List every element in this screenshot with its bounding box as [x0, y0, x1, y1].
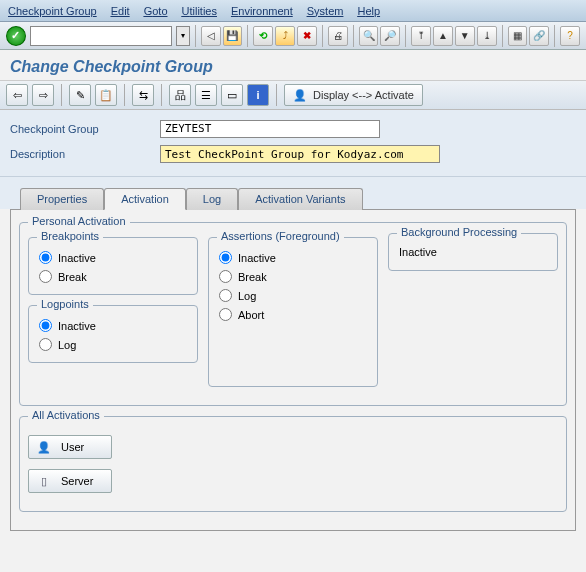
tree-button[interactable]: 品 [169, 84, 191, 106]
menu-checkpoint-group[interactable]: Checkpoint Group [8, 5, 97, 17]
all-activations-legend: All Activations [28, 409, 104, 421]
cancel-icon[interactable]: ✖ [297, 26, 317, 46]
logpoints-log-radio[interactable]: Log [37, 335, 189, 354]
nav-back-button[interactable]: ⇦ [6, 84, 28, 106]
all-activations-group: All Activations 👤 User ▯ Server [19, 416, 567, 512]
menu-goto[interactable]: Goto [144, 5, 168, 17]
new-session-icon[interactable]: ▦ [508, 26, 528, 46]
radio-label: Break [238, 271, 267, 283]
assertions-break-radio[interactable]: Break [217, 267, 369, 286]
find-icon[interactable]: 🔍 [359, 26, 379, 46]
first-page-icon[interactable]: ⤒ [411, 26, 431, 46]
menu-utilities[interactable]: Utilities [182, 5, 217, 17]
info-button[interactable]: i [247, 84, 269, 106]
app-toolbar: ⇦ ⇨ ✎ 📋 ⇆ 品 ☰ ▭ i 👤 Display <--> Activat… [0, 80, 586, 110]
personal-activation-group: Personal Activation Breakpoints Inactive… [19, 222, 567, 406]
list-button[interactable]: ☰ [195, 84, 217, 106]
tab-content: Personal Activation Breakpoints Inactive… [10, 209, 576, 531]
other-object-button[interactable]: ✎ [69, 84, 91, 106]
save-icon[interactable]: 💾 [223, 26, 243, 46]
prev-page-icon[interactable]: ▲ [433, 26, 453, 46]
server-icon: ▯ [37, 474, 51, 488]
checkpoint-group-label: Checkpoint Group [10, 123, 160, 135]
radio-label: Inactive [58, 320, 96, 332]
description-field[interactable] [160, 145, 440, 163]
print-icon[interactable]: 🖨 [328, 26, 348, 46]
user-button-label: User [61, 441, 84, 453]
user-icon: 👤 [37, 440, 51, 454]
breakpoints-legend: Breakpoints [37, 230, 103, 242]
breakpoints-break-radio[interactable]: Break [37, 267, 189, 286]
exit-icon[interactable]: ⤴ [275, 26, 295, 46]
tab-log[interactable]: Log [186, 188, 238, 210]
server-button[interactable]: ▯ Server [28, 469, 112, 493]
standard-toolbar: ✓ ▾ ◁ 💾 ⟲ ⤴ ✖ 🖨 🔍 🔎 ⤒ ▲ ▼ ⤓ ▦ 🔗 ? [0, 22, 586, 50]
layout-button[interactable]: ▭ [221, 84, 243, 106]
find-next-icon[interactable]: 🔎 [380, 26, 400, 46]
assertions-log-radio[interactable]: Log [217, 286, 369, 305]
breakpoints-inactive-radio[interactable]: Inactive [37, 248, 189, 267]
menu-edit[interactable]: Edit [111, 5, 130, 17]
background-value: Inactive [397, 242, 549, 262]
radio-label: Inactive [58, 252, 96, 264]
display-activate-button[interactable]: 👤 Display <--> Activate [284, 84, 423, 106]
logpoints-group: Logpoints Inactive Log [28, 305, 198, 363]
menu-environment[interactable]: Environment [231, 5, 293, 17]
menu-system[interactable]: System [307, 5, 344, 17]
command-field[interactable] [30, 26, 172, 46]
command-dropdown[interactable]: ▾ [176, 26, 190, 46]
hierarchy-button[interactable]: ⇆ [132, 84, 154, 106]
radio-label: Log [238, 290, 256, 302]
tab-properties[interactable]: Properties [20, 188, 104, 210]
tab-activation[interactable]: Activation [104, 188, 186, 210]
radio-label: Log [58, 339, 76, 351]
description-label: Description [10, 148, 160, 160]
nav-forward-button[interactable]: ⇨ [32, 84, 54, 106]
person-icon: 👤 [293, 89, 307, 102]
user-button[interactable]: 👤 User [28, 435, 112, 459]
personal-activation-legend: Personal Activation [28, 215, 130, 227]
breakpoints-group: Breakpoints Inactive Break [28, 237, 198, 295]
background-processing-group: Background Processing Inactive [388, 233, 558, 271]
assertions-abort-radio[interactable]: Abort [217, 305, 369, 324]
tabstrip: Properties Activation Log Activation Var… [0, 177, 586, 209]
server-button-label: Server [61, 475, 93, 487]
logpoints-inactive-radio[interactable]: Inactive [37, 316, 189, 335]
menubar: Checkpoint Group Edit Goto Utilities Env… [0, 0, 586, 22]
assertions-group: Assertions (Foreground) Inactive Break L… [208, 237, 378, 387]
last-page-icon[interactable]: ⤓ [477, 26, 497, 46]
header-form: Checkpoint Group ZEYTEST Description [0, 110, 586, 177]
menu-help[interactable]: Help [357, 5, 380, 17]
back-icon[interactable]: ◁ [201, 26, 221, 46]
radio-label: Inactive [238, 252, 276, 264]
next-page-icon[interactable]: ▼ [455, 26, 475, 46]
checkpoint-group-field[interactable]: ZEYTEST [160, 120, 380, 138]
assertions-inactive-radio[interactable]: Inactive [217, 248, 369, 267]
check-button[interactable]: 📋 [95, 84, 117, 106]
enter-button[interactable]: ✓ [6, 26, 26, 46]
logpoints-legend: Logpoints [37, 298, 93, 310]
page-title: Change Checkpoint Group [0, 50, 586, 80]
display-activate-label: Display <--> Activate [313, 89, 414, 101]
tab-activation-variants[interactable]: Activation Variants [238, 188, 362, 210]
shortcut-icon[interactable]: 🔗 [529, 26, 549, 46]
back-green-icon[interactable]: ⟲ [253, 26, 273, 46]
assertions-legend: Assertions (Foreground) [217, 230, 344, 242]
help-icon[interactable]: ? [560, 26, 580, 46]
radio-label: Abort [238, 309, 264, 321]
radio-label: Break [58, 271, 87, 283]
background-legend: Background Processing [397, 226, 521, 238]
